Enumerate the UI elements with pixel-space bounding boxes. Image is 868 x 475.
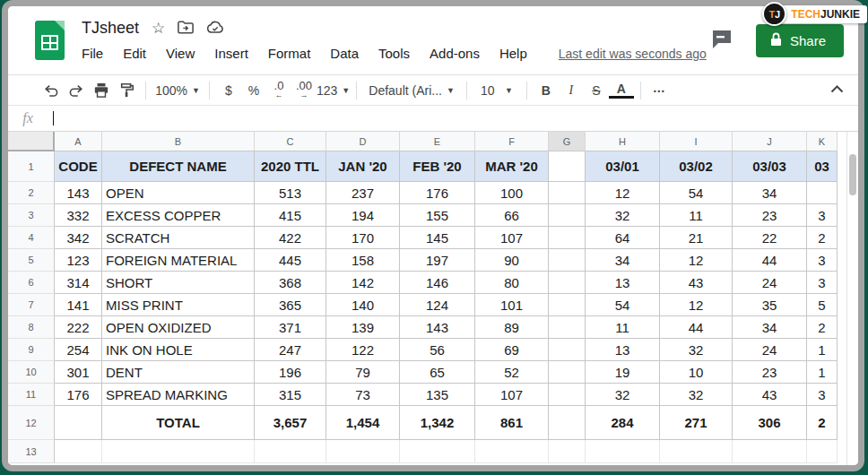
cell-E3[interactable]: 155	[400, 204, 475, 227]
cell-J13[interactable]	[733, 440, 807, 463]
menu-data[interactable]: Data	[322, 45, 367, 62]
cell-C12[interactable]: 3,657	[255, 406, 326, 440]
cell-F13[interactable]	[475, 440, 549, 463]
cell-E8[interactable]: 143	[400, 316, 475, 339]
cell-B5[interactable]: FOREIGN MATERIAL	[102, 249, 255, 272]
cell-F1[interactable]: MAR '20	[475, 151, 549, 182]
cell-C4[interactable]: 422	[255, 227, 326, 249]
cell-C5[interactable]: 445	[255, 249, 326, 272]
cell-C13[interactable]	[255, 440, 326, 463]
google-sheets-icon[interactable]	[35, 21, 65, 60]
cell-C1[interactable]: 2020 TTL	[255, 151, 326, 182]
cell-B1[interactable]: DEFECT NAME	[102, 151, 255, 182]
cell-E5[interactable]: 197	[400, 249, 475, 272]
cell-D6[interactable]: 142	[326, 272, 400, 294]
cell-D9[interactable]: 122	[326, 339, 400, 361]
cell-G12[interactable]	[549, 406, 586, 440]
formula-bar[interactable]: fx	[8, 105, 858, 132]
cell-C11[interactable]: 315	[255, 384, 326, 406]
cell-D3[interactable]: 194	[326, 204, 400, 227]
cell-H12[interactable]: 284	[586, 406, 660, 440]
row-header-6[interactable]: 6	[8, 272, 55, 294]
cell-H6[interactable]: 13	[586, 272, 660, 294]
cell-I6[interactable]: 43	[660, 272, 733, 294]
cell-D11[interactable]: 73	[326, 384, 400, 406]
cell-J10[interactable]: 23	[733, 361, 807, 384]
cloud-saved-icon[interactable]	[206, 21, 224, 37]
move-folder-icon[interactable]	[178, 21, 194, 37]
cell-F2[interactable]: 100	[475, 182, 549, 204]
cell-J12[interactable]: 306	[733, 406, 807, 440]
cell-I7[interactable]: 12	[660, 294, 733, 316]
cell-G2[interactable]	[549, 182, 586, 204]
cell-A11[interactable]: 176	[55, 384, 102, 406]
cell-H5[interactable]: 34	[586, 249, 660, 272]
cell-G3[interactable]	[549, 204, 586, 227]
cell-G1[interactable]	[549, 151, 586, 182]
cell-K7[interactable]: 5	[807, 294, 838, 316]
paint-format-icon[interactable]	[114, 79, 139, 102]
column-header-K[interactable]: K	[807, 132, 838, 151]
cell-C6[interactable]: 368	[255, 272, 326, 294]
cell-K12[interactable]: 2	[807, 406, 838, 440]
cell-I10[interactable]: 10	[660, 361, 733, 384]
cell-K8[interactable]: 2	[807, 316, 838, 339]
cell-F7[interactable]: 101	[475, 294, 549, 316]
cell-J7[interactable]: 35	[733, 294, 807, 316]
cell-I2[interactable]: 54	[660, 182, 733, 204]
cell-K6[interactable]: 3	[807, 272, 838, 294]
cell-E9[interactable]: 56	[400, 339, 475, 361]
cell-E7[interactable]: 124	[400, 294, 475, 316]
cell-H2[interactable]: 12	[586, 182, 660, 204]
cell-F5[interactable]: 90	[475, 249, 549, 272]
column-header-J[interactable]: J	[733, 132, 807, 151]
cell-E10[interactable]: 65	[400, 361, 475, 384]
share-button[interactable]: Share	[756, 24, 844, 57]
cell-G11[interactable]	[549, 384, 586, 406]
cell-F6[interactable]: 80	[475, 272, 549, 294]
cell-B8[interactable]: OPEN OXIDIZED	[102, 316, 255, 339]
cell-K13[interactable]	[807, 440, 838, 463]
cell-G5[interactable]	[549, 249, 586, 272]
cell-D13[interactable]	[326, 440, 400, 463]
more-formats-button[interactable]: 123▼	[317, 79, 350, 102]
cell-H4[interactable]: 64	[586, 227, 660, 249]
cell-A3[interactable]: 332	[55, 204, 102, 227]
column-header-G[interactable]: G	[549, 132, 586, 151]
cell-E6[interactable]: 146	[400, 272, 475, 294]
cell-B13[interactable]	[102, 440, 255, 463]
cell-H1[interactable]: 03/01	[586, 151, 660, 182]
row-header-4[interactable]: 4	[8, 227, 55, 249]
cell-G6[interactable]	[549, 272, 586, 294]
row-header-3[interactable]: 3	[8, 204, 55, 227]
column-header-C[interactable]: C	[255, 132, 326, 151]
cell-J2[interactable]: 34	[733, 182, 807, 204]
menu-help[interactable]: Help	[491, 45, 535, 62]
cell-C8[interactable]: 371	[255, 316, 326, 339]
cell-J4[interactable]: 22	[733, 227, 807, 249]
cell-A4[interactable]: 342	[55, 227, 102, 249]
cell-D1[interactable]: JAN '20	[326, 151, 400, 182]
cell-B7[interactable]: MISS PRINT	[102, 294, 255, 316]
cell-E11[interactable]: 135	[400, 384, 475, 406]
cell-E4[interactable]: 145	[400, 227, 475, 249]
cell-A8[interactable]: 222	[55, 316, 102, 339]
cell-B11[interactable]: SPREAD MARKING	[102, 384, 255, 406]
row-header-10[interactable]: 10	[8, 361, 55, 384]
cell-I5[interactable]: 12	[660, 249, 733, 272]
column-header-B[interactable]: B	[102, 132, 255, 151]
cell-E13[interactable]	[400, 440, 475, 463]
cell-I1[interactable]: 03/02	[660, 151, 733, 182]
scrollbar-thumb[interactable]	[849, 154, 856, 195]
cell-I13[interactable]	[660, 440, 733, 463]
cell-B3[interactable]: EXCESS COPPER	[102, 204, 255, 227]
cell-J8[interactable]: 34	[733, 316, 807, 339]
column-header-F[interactable]: F	[475, 132, 549, 151]
cell-B10[interactable]: DENT	[102, 361, 255, 384]
bold-button[interactable]: B	[534, 79, 559, 102]
cell-A12[interactable]	[55, 406, 102, 440]
cell-H3[interactable]: 32	[586, 204, 660, 227]
cell-B9[interactable]: INK ON HOLE	[102, 339, 255, 361]
cell-K10[interactable]: 1	[807, 361, 838, 384]
cell-H13[interactable]	[586, 440, 660, 463]
